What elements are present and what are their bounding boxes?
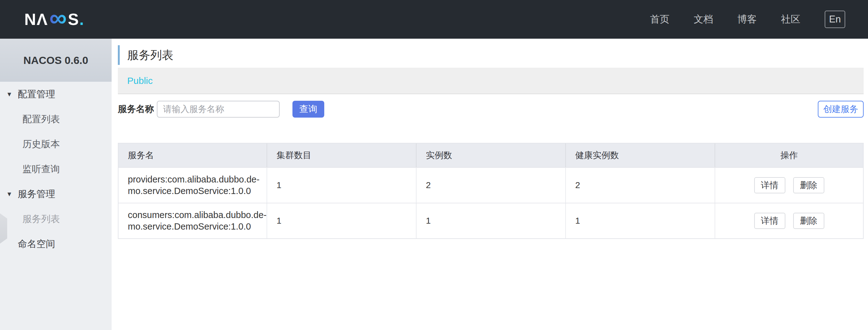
sidebar-version-title: NACOS 0.6.0 — [0, 39, 112, 82]
sidebar-item-listening-query[interactable]: 监听查询 — [0, 157, 112, 182]
nav-blog[interactable]: 博客 — [737, 13, 757, 26]
top-header-bar: NΛ ∞ S . 首页 文档 博客 社区 En — [0, 0, 868, 39]
infinity-icon: ∞ — [49, 8, 67, 30]
delete-button[interactable]: 删除 — [793, 177, 824, 193]
service-table: 服务名 集群数目 实例数 健康实例数 操作 providers:com.alib… — [118, 143, 864, 239]
table-row: providers:com.alibaba.dubbo.de- mo.servi… — [119, 167, 863, 203]
cell-cluster-count: 1 — [267, 168, 416, 203]
service-name-input[interactable] — [157, 101, 280, 118]
language-toggle-button[interactable]: En — [825, 10, 845, 28]
sidebar-group-label: 服务管理 — [18, 188, 55, 201]
sidebar: NACOS 0.6.0 ▼ 配置管理 配置列表 历史版本 监听查询 ▼ 服务管理… — [0, 39, 112, 330]
page-title-row: 服务列表 — [118, 45, 173, 65]
table-row: consumers:com.alibaba.dubbo.de- mo.servi… — [119, 203, 863, 238]
search-button[interactable]: 查询 — [292, 101, 324, 118]
col-header-actions: 操作 — [715, 144, 863, 167]
col-header-service-name: 服务名 — [119, 144, 267, 167]
nav-docs[interactable]: 文档 — [694, 13, 713, 26]
caret-down-icon: ▼ — [6, 190, 14, 198]
cell-healthy-instance-count: 1 — [566, 203, 715, 238]
service-name-label: 服务名称 — [118, 103, 157, 115]
cell-actions: 详情 删除 — [715, 203, 863, 238]
create-service-button[interactable]: 创建服务 — [818, 101, 864, 118]
sidebar-item-service-list[interactable]: 服务列表 — [0, 207, 112, 232]
nav-community[interactable]: 社区 — [781, 13, 800, 26]
sidebar-item-config-list[interactable]: 配置列表 — [0, 107, 112, 131]
cell-healthy-instance-count: 2 — [566, 168, 715, 203]
col-header-cluster-count: 集群数目 — [267, 144, 416, 167]
sidebar-group-label: 配置管理 — [18, 88, 55, 101]
logo-text-s: S — [68, 10, 80, 29]
title-accent-bar — [118, 45, 120, 65]
nacos-logo[interactable]: NΛ ∞ S . — [24, 8, 84, 30]
delete-button[interactable]: 删除 — [793, 213, 824, 229]
page-title: 服务列表 — [127, 48, 173, 63]
detail-button[interactable]: 详情 — [754, 213, 785, 229]
sidebar-item-history-versions[interactable]: 历史版本 — [0, 131, 112, 157]
col-header-instance-count: 实例数 — [416, 144, 566, 167]
filter-row: 服务名称 查询 创建服务 — [118, 101, 864, 118]
caret-down-icon: ▼ — [6, 91, 14, 98]
sidebar-group-service-management[interactable]: ▼ 服务管理 — [0, 182, 112, 207]
logo-dot: . — [80, 10, 84, 29]
cell-service-name: providers:com.alibaba.dubbo.de- mo.servi… — [119, 168, 267, 203]
detail-button[interactable]: 详情 — [754, 177, 785, 193]
sidebar-group-config-management[interactable]: ▼ 配置管理 — [0, 82, 112, 107]
cell-service-name: consumers:com.alibaba.dubbo.de- mo.servi… — [119, 203, 267, 238]
sidebar-item-namespace[interactable]: 命名空间 — [0, 232, 112, 257]
cell-actions: 详情 删除 — [715, 168, 863, 203]
sidebar-collapse-handle[interactable] — [0, 213, 7, 244]
namespace-tab-public[interactable]: Public — [127, 76, 153, 86]
top-nav: 首页 文档 博客 社区 En — [650, 10, 845, 28]
cell-cluster-count: 1 — [267, 203, 416, 238]
table-header-row: 服务名 集群数目 实例数 健康实例数 操作 — [119, 144, 863, 167]
cell-instance-count: 2 — [416, 168, 566, 203]
main-content: 服务列表 Public 服务名称 查询 创建服务 服务名 集群数目 实例数 健康… — [112, 39, 868, 330]
nav-home[interactable]: 首页 — [650, 13, 670, 26]
logo-text-na: NΛ — [24, 10, 48, 29]
cell-instance-count: 1 — [416, 203, 566, 238]
namespace-band: Public — [118, 68, 864, 94]
col-header-healthy-instance-count: 健康实例数 — [566, 144, 715, 167]
